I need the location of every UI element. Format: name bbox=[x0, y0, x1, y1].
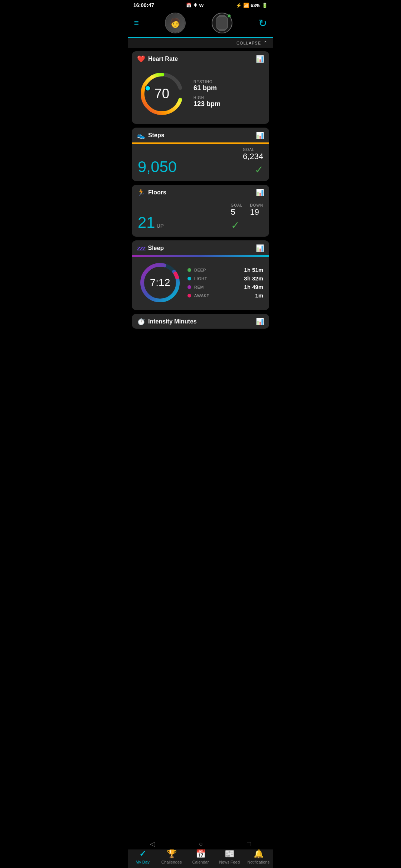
intensity-card[interactable]: ⏱️ Intensity Minutes 📊 bbox=[132, 314, 269, 329]
status-icons: 📅 ❋ W bbox=[186, 3, 203, 8]
bluetooth-icon: ⚡ bbox=[236, 3, 242, 8]
steps-complete-check-icon: ✓ bbox=[255, 164, 263, 176]
deep-sleep-dot bbox=[188, 268, 191, 272]
svg-point-2 bbox=[145, 86, 150, 91]
steps-goal-group: GOAL 6,234 bbox=[243, 148, 263, 161]
light-sleep-stat: LIGHT 3h 32m bbox=[188, 275, 263, 282]
floors-stats: GOAL 5 DOWN 19 bbox=[231, 203, 263, 217]
intensity-icon: ⏱️ bbox=[137, 318, 145, 326]
sleep-card[interactable]: ZZZ Sleep 📊 bbox=[132, 240, 269, 310]
signal-icon: 📶 bbox=[243, 3, 249, 8]
floors-card[interactable]: 🏃 Floors 📊 21 UP GOAL 5 DOWN bbox=[132, 185, 269, 237]
sleep-gauge: 7:12 bbox=[138, 260, 182, 305]
steps-title: Steps bbox=[148, 132, 164, 139]
bottom-spacer bbox=[132, 332, 269, 377]
user-avatar[interactable]: 🧑 bbox=[165, 13, 186, 33]
sleep-chart-icon[interactable]: 📊 bbox=[256, 244, 264, 252]
intensity-title: Intensity Minutes bbox=[148, 318, 197, 325]
heart-rate-card[interactable]: ❤️ Heart Rate 📊 bbox=[132, 51, 269, 124]
floors-goal-stat: GOAL 5 bbox=[231, 203, 243, 217]
top-nav: ≡ 🧑 ↻ bbox=[128, 10, 273, 38]
sleep-stats: DEEP 1h 51m LIGHT 3h 32m REM 1h 49m AWAK… bbox=[188, 267, 263, 299]
floors-title-group: 🏃 Floors bbox=[137, 188, 166, 197]
resting-value: 61 bpm bbox=[193, 84, 221, 92]
light-sleep-dot bbox=[188, 277, 191, 280]
heart-rate-title-group: ❤️ Heart Rate bbox=[137, 55, 178, 63]
heart-rate-gauge: 70 bbox=[138, 70, 186, 118]
floors-down-stat: DOWN 19 bbox=[250, 203, 263, 217]
steps-icon: 👟 bbox=[137, 131, 145, 139]
battery-icon: 🔋 bbox=[262, 3, 268, 8]
collapse-bar[interactable]: COLLAPSE ⌃ bbox=[128, 38, 273, 48]
steps-chart-icon[interactable]: 📊 bbox=[256, 131, 264, 139]
floors-unit: UP bbox=[157, 223, 164, 229]
high-hr-stat: HIGH 123 bpm bbox=[193, 96, 221, 108]
collapse-label: COLLAPSE bbox=[237, 41, 261, 45]
intensity-chart-icon[interactable]: 📊 bbox=[256, 318, 264, 326]
high-value: 123 bpm bbox=[193, 100, 221, 108]
sleep-header: ZZZ Sleep 📊 bbox=[132, 240, 269, 255]
sleep-total-time: 7:12 bbox=[150, 277, 170, 289]
avatar-image: 🧑 bbox=[166, 13, 185, 33]
device-connected-dot bbox=[227, 14, 231, 18]
heart-icon: ❤️ bbox=[137, 55, 145, 63]
sleep-title: Sleep bbox=[148, 245, 164, 251]
steps-right: GOAL 6,234 ✓ bbox=[243, 148, 263, 176]
sleep-icon: ZZZ bbox=[137, 245, 145, 251]
floors-icon: 🏃 bbox=[137, 188, 145, 197]
heart-rate-body: 70 RESTING 61 bpm HIGH 123 bpm bbox=[132, 66, 269, 124]
sleep-title-group: ZZZ Sleep bbox=[137, 245, 164, 251]
steps-body: 9,050 GOAL 6,234 ✓ bbox=[132, 144, 269, 181]
steps-header: 👟 Steps 📊 bbox=[132, 128, 269, 142]
awake-stat: AWAKE 1m bbox=[188, 292, 263, 299]
resting-hr-stat: RESTING 61 bpm bbox=[193, 80, 221, 92]
steps-title-group: 👟 Steps bbox=[137, 131, 164, 139]
heart-rate-stats: RESTING 61 bpm HIGH 123 bpm bbox=[193, 80, 221, 108]
heart-rate-header: ❤️ Heart Rate 📊 bbox=[132, 51, 269, 66]
collapse-chevron-icon: ⌃ bbox=[263, 40, 268, 46]
rem-sleep-dot bbox=[188, 285, 191, 289]
floors-header: 🏃 Floors 📊 bbox=[132, 185, 269, 200]
deep-sleep-stat: DEEP 1h 51m bbox=[188, 267, 263, 273]
intensity-header: ⏱️ Intensity Minutes 📊 bbox=[132, 314, 269, 329]
cards-container: ❤️ Heart Rate 📊 bbox=[128, 48, 273, 380]
intensity-title-group: ⏱️ Intensity Minutes bbox=[137, 318, 197, 326]
high-label: HIGH bbox=[193, 96, 221, 100]
floors-complete-check-icon: ✓ bbox=[231, 219, 239, 231]
refresh-icon[interactable]: ↻ bbox=[258, 17, 267, 29]
status-right: ⚡ 📶 63% 🔋 bbox=[236, 3, 268, 8]
device-icon[interactable] bbox=[212, 13, 232, 33]
heart-rate-title: Heart Rate bbox=[148, 56, 178, 62]
floors-current-wrap: 21 UP bbox=[138, 214, 164, 231]
app-icon-slack: ❋ bbox=[193, 3, 197, 8]
heart-rate-chart-icon[interactable]: 📊 bbox=[256, 55, 264, 63]
sleep-body: 7:12 DEEP 1h 51m LIGHT 3h 32m REM 1h 49m bbox=[132, 257, 269, 310]
resting-label: RESTING bbox=[193, 80, 221, 84]
steps-current: 9,050 bbox=[138, 158, 177, 176]
floors-title: Floors bbox=[148, 189, 166, 196]
floors-right: GOAL 5 DOWN 19 ✓ bbox=[231, 203, 263, 231]
status-time: 16:00:47 bbox=[133, 2, 154, 8]
floors-chart-icon[interactable]: 📊 bbox=[256, 188, 264, 197]
battery-percent: 63% bbox=[251, 3, 260, 8]
status-bar: 16:00:47 📅 ❋ W ⚡ 📶 63% 🔋 bbox=[128, 0, 273, 10]
calendar-icon: 📅 bbox=[186, 3, 192, 8]
menu-icon[interactable]: ≡ bbox=[134, 18, 139, 28]
steps-card[interactable]: 👟 Steps 📊 9,050 GOAL 6,234 ✓ bbox=[132, 128, 269, 181]
rem-sleep-stat: REM 1h 49m bbox=[188, 284, 263, 290]
awake-dot bbox=[188, 294, 191, 297]
floors-body: 21 UP GOAL 5 DOWN 19 ✓ bbox=[132, 200, 269, 237]
app-icon-w: W bbox=[199, 3, 203, 8]
watch-image bbox=[216, 16, 228, 30]
heart-rate-current: 70 bbox=[154, 86, 169, 102]
